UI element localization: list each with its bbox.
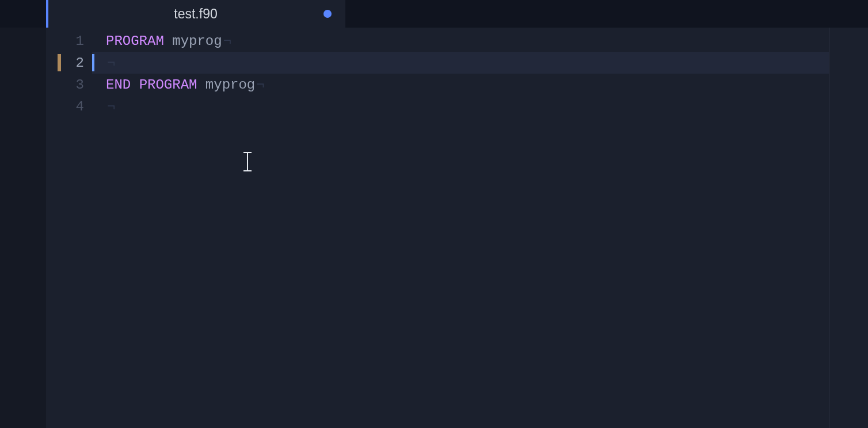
tab-title: test.f90	[46, 6, 345, 22]
dirty-indicator-icon	[323, 10, 332, 18]
modified-line-mark-icon	[58, 54, 61, 71]
code-line[interactable]: ¬	[106, 52, 829, 74]
line-number[interactable]: 3	[46, 74, 92, 95]
text-caret	[92, 54, 94, 71]
tab-active[interactable]: test.f90	[46, 0, 345, 28]
tabbar-empty-area[interactable]	[345, 0, 868, 28]
code-line[interactable]: PROGRAM myprog¬	[106, 30, 829, 52]
editor-right-margin	[829, 28, 868, 428]
line-number-gutter[interactable]: 1234	[46, 28, 92, 428]
code-area[interactable]: PROGRAM myprog¬¬END PROGRAM myprog¬¬	[92, 28, 829, 428]
line-number[interactable]: 2	[46, 52, 92, 74]
tab-active-indicator	[46, 0, 48, 28]
end-of-line-icon: ¬	[255, 77, 264, 93]
editor-area: 1234 PROGRAM myprog¬¬END PROGRAM myprog¬…	[0, 28, 868, 428]
editor-window: test.f90 1234 PROGRAM myprog¬¬END PROGRA…	[0, 0, 868, 428]
end-of-line-icon: ¬	[106, 99, 115, 114]
editor-left-margin	[0, 28, 46, 428]
code-line[interactable]: ¬	[106, 95, 829, 117]
line-number[interactable]: 1	[46, 30, 92, 52]
tab-bar: test.f90	[0, 0, 868, 28]
code-line[interactable]: END PROGRAM myprog¬	[106, 74, 829, 95]
tabbar-left-spacer	[0, 0, 46, 28]
line-number[interactable]: 4	[46, 95, 92, 117]
end-of-line-icon: ¬	[222, 33, 231, 49]
end-of-line-icon: ¬	[106, 55, 115, 71]
